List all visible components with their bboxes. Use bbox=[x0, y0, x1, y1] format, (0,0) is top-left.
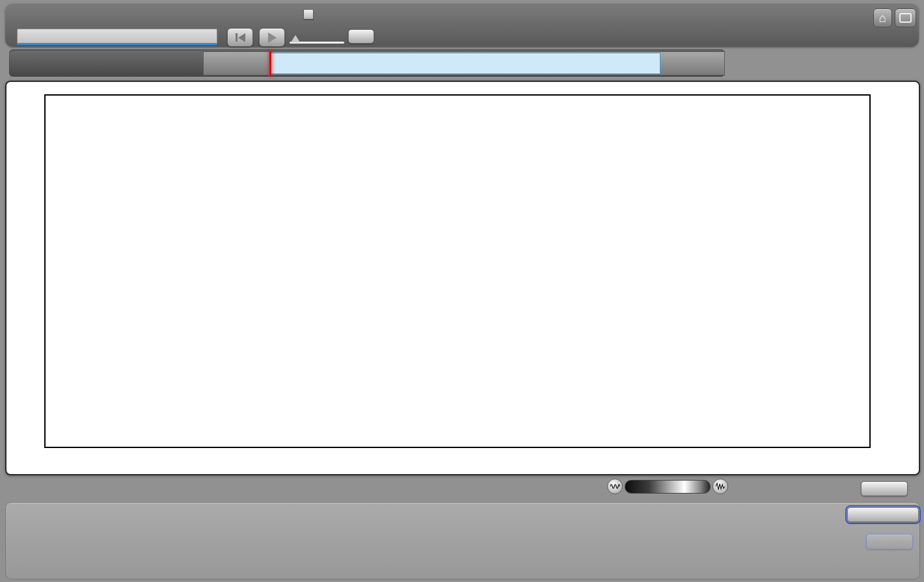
vmus-app: ⌂ bbox=[0, 0, 924, 582]
ioi-button[interactable] bbox=[866, 534, 913, 549]
tempo-chart-panel bbox=[5, 81, 920, 475]
waveform-graph bbox=[269, 53, 660, 73]
waveform-overview-panel bbox=[9, 49, 725, 77]
play-button[interactable] bbox=[259, 28, 285, 47]
loaded-audio-region[interactable] bbox=[269, 53, 660, 74]
home-icon[interactable]: ⌂ bbox=[873, 8, 892, 27]
share-screenshot-button[interactable] bbox=[847, 507, 919, 522]
screenshot-button[interactable] bbox=[861, 481, 908, 496]
waveform-track[interactable] bbox=[203, 51, 725, 75]
wave-zoom-slider[interactable] bbox=[625, 480, 711, 494]
play-triangle-glyph bbox=[268, 33, 277, 43]
prev-bar-glyph bbox=[236, 33, 238, 42]
control-panel bbox=[5, 502, 920, 579]
go-to-start-button[interactable] bbox=[227, 28, 253, 47]
zoom-slider-group bbox=[607, 479, 728, 494]
page-turn-toggle[interactable] bbox=[303, 9, 318, 20]
speed-slider-thumb[interactable] bbox=[291, 35, 300, 42]
playhead-cursor[interactable] bbox=[269, 51, 271, 75]
wave-zoom-in-icon[interactable] bbox=[713, 479, 728, 494]
track-title-field[interactable] bbox=[17, 29, 217, 45]
prev-triangle-glyph bbox=[238, 33, 245, 42]
reset-button[interactable] bbox=[348, 29, 374, 44]
page-turn-checkbox[interactable] bbox=[303, 9, 314, 20]
wave-zoom-out-icon[interactable] bbox=[607, 479, 623, 494]
fullscreen-icon[interactable] bbox=[895, 8, 916, 27]
screen-glyph bbox=[899, 13, 912, 23]
status-bar bbox=[0, 473, 924, 502]
top-toolbar: ⌂ bbox=[5, 3, 919, 47]
tempo-plot[interactable] bbox=[46, 96, 868, 445]
